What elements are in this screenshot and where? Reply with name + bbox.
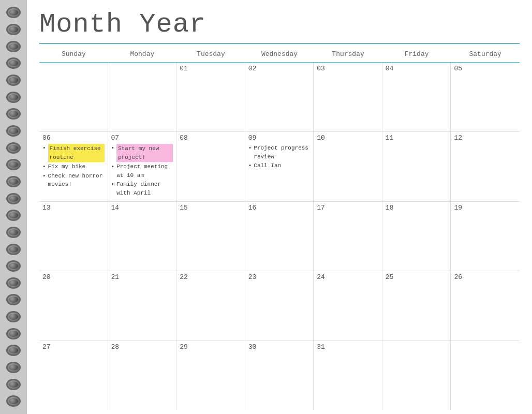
event-bullet: •: [42, 172, 46, 181]
day-cell[interactable]: 26: [451, 271, 520, 340]
day-cell[interactable]: 24: [314, 271, 382, 340]
spiral-ring: [6, 311, 21, 322]
day-cell[interactable]: 10: [314, 132, 382, 201]
day-cell[interactable]: 18: [382, 202, 451, 271]
day-cell[interactable]: [382, 341, 451, 410]
spiral-ring: [6, 227, 21, 238]
day-cell[interactable]: 09•Project progress review•Call Ian: [245, 132, 314, 201]
spiral-ring: [6, 277, 21, 289]
spiral-ring: [6, 193, 21, 204]
spiral-ring: [6, 108, 21, 120]
event-bullet: •: [42, 162, 46, 171]
event-bullet: •: [111, 144, 115, 153]
day-number: 17: [317, 204, 379, 212]
day-cell[interactable]: 23: [245, 271, 314, 340]
spiral-ring: [6, 125, 21, 137]
day-cell[interactable]: 16: [245, 202, 314, 271]
day-cell[interactable]: 30: [245, 341, 314, 410]
day-cell[interactable]: 03: [314, 63, 382, 131]
calendar-event[interactable]: •Finish exercise routine: [42, 144, 105, 162]
day-cell[interactable]: 04: [382, 63, 451, 131]
day-cell[interactable]: 07•Start my new project!•Project meeting…: [108, 132, 177, 201]
spiral-ring: [6, 57, 21, 69]
calendar-event[interactable]: •Project meeting at 10 am: [111, 162, 173, 180]
day-number: 31: [317, 343, 379, 351]
day-number: 23: [248, 273, 311, 281]
day-cell[interactable]: 13: [39, 202, 108, 271]
day-cell[interactable]: 17: [314, 202, 382, 271]
event-text: Check new horror movies!: [48, 172, 105, 189]
event-bullet: •: [248, 161, 252, 170]
day-number: 15: [180, 204, 242, 212]
day-cell[interactable]: 19: [451, 202, 520, 271]
day-cell[interactable]: [451, 341, 520, 410]
day-cell[interactable]: 22: [176, 271, 245, 340]
day-number: 04: [386, 65, 448, 72]
calendar-grid: SundayMondayTuesdayWednesdayThursdayFrid…: [27, 47, 532, 414]
day-cell[interactable]: 31: [314, 341, 382, 410]
day-cell[interactable]: 21: [108, 271, 177, 340]
spiral-ring: [6, 345, 21, 356]
day-number: 12: [454, 134, 516, 142]
day-number: 13: [42, 204, 105, 212]
event-text: Family dinner with April: [116, 180, 173, 197]
day-number: 09: [248, 134, 311, 142]
event-bullet: •: [111, 162, 115, 171]
day-number: 10: [317, 134, 379, 142]
day-cell[interactable]: 08: [176, 132, 245, 201]
day-cell[interactable]: 27: [39, 341, 108, 410]
calendar-event[interactable]: •Start my new project!: [111, 144, 173, 162]
day-cell[interactable]: 20: [39, 271, 108, 340]
day-cell[interactable]: 12: [451, 132, 520, 201]
day-number: 28: [111, 343, 173, 351]
day-cell[interactable]: 29: [176, 341, 245, 410]
spiral-ring: [6, 176, 21, 187]
spiral-ring: [6, 294, 21, 305]
day-number: 08: [180, 134, 242, 142]
day-cell[interactable]: [108, 63, 177, 131]
day-cell[interactable]: 15: [176, 202, 245, 271]
calendar-event[interactable]: •Family dinner with April: [111, 180, 173, 197]
day-number: 14: [111, 204, 173, 212]
day-cell[interactable]: 06•Finish exercise routine•Fix my bike•C…: [39, 132, 108, 201]
day-header-thursday: Thursday: [314, 47, 382, 60]
page-header: Month Year: [27, 0, 532, 47]
spiral-ring: [6, 92, 21, 103]
day-cell[interactable]: 25: [382, 271, 451, 340]
event-text: Finish exercise routine: [48, 144, 105, 162]
spiral-ring: [6, 75, 21, 86]
spiral-ring: [6, 24, 21, 35]
calendar-event[interactable]: •Call Ian: [248, 161, 311, 170]
day-header-tuesday: Tuesday: [176, 47, 245, 60]
day-number: 02: [248, 65, 311, 72]
day-cell[interactable]: [39, 63, 108, 131]
day-number: 16: [248, 204, 311, 212]
calendar-event[interactable]: •Check new horror movies!: [42, 172, 105, 189]
spiral-ring: [6, 395, 21, 407]
day-number: 21: [111, 273, 173, 281]
spiral-ring: [6, 210, 21, 221]
day-cell[interactable]: 05: [451, 63, 520, 131]
event-text: Project progress review: [254, 144, 310, 161]
day-number: 03: [317, 65, 379, 72]
day-number: 11: [386, 134, 448, 142]
spiral-ring: [6, 159, 21, 170]
day-cell[interactable]: 11: [382, 132, 451, 201]
calendar-event[interactable]: •Fix my bike: [42, 162, 105, 171]
event-text: Project meeting at 10 am: [116, 162, 173, 180]
spiral-ring: [6, 244, 21, 255]
day-header-friday: Friday: [382, 47, 451, 60]
calendar-event[interactable]: •Project progress review: [248, 144, 311, 161]
day-number: 18: [386, 204, 448, 212]
day-header-monday: Monday: [108, 47, 177, 60]
day-cell[interactable]: 14: [108, 202, 177, 271]
day-number: 25: [386, 273, 448, 281]
day-number: 27: [42, 343, 105, 351]
day-cell[interactable]: 28: [108, 341, 177, 410]
spiral-ring: [6, 328, 21, 339]
day-header-saturday: Saturday: [451, 47, 520, 60]
event-text: Call Ian: [254, 161, 310, 170]
day-cell[interactable]: 01: [176, 63, 245, 131]
day-cell[interactable]: 02: [245, 63, 314, 131]
week-row-5: 2728293031: [39, 341, 520, 410]
